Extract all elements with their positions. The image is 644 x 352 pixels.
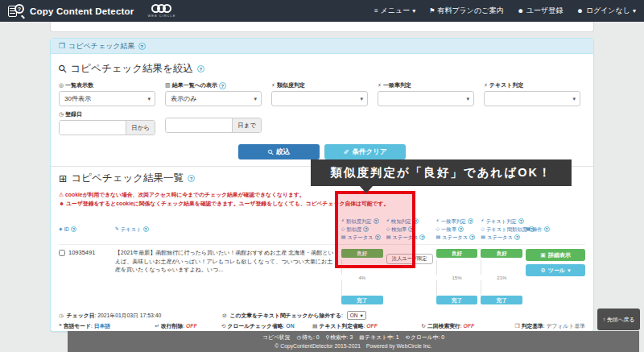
col-id[interactable]: ◈ ID ? bbox=[59, 226, 112, 234]
menu-icon: ≡ bbox=[374, 7, 378, 14]
status-icon: ▤ bbox=[386, 234, 391, 241]
status-icon: ▤ bbox=[341, 234, 346, 241]
annotation-callout: 類似度判定が「良好」であればOK！ bbox=[311, 159, 572, 186]
help-icon[interactable]: ? bbox=[518, 218, 524, 224]
copyright: © CopyContentDetector 2015-2021 Powered … bbox=[275, 342, 431, 350]
users-icon: ☻ bbox=[59, 201, 64, 206]
match-filter-select[interactable]: ▾ bbox=[378, 91, 474, 106]
date-to-input[interactable] bbox=[166, 118, 232, 132]
help-icon[interactable]: ? bbox=[138, 43, 146, 50]
judge-badge: 良好 bbox=[341, 249, 383, 258]
clock-icon: ◷ bbox=[59, 111, 64, 118]
eraser-icon: ✐ bbox=[343, 148, 349, 156]
help-icon[interactable]: ? bbox=[374, 218, 379, 224]
wait-icon: ◷ bbox=[296, 334, 301, 340]
help-icon[interactable]: ? bbox=[219, 82, 226, 89]
col-ops: ▦ 操作 ? bbox=[526, 226, 585, 234]
panel-icon: ❐ bbox=[59, 42, 65, 50]
bolt-icon: ⚡ bbox=[436, 217, 439, 225]
crawl-count: 0 bbox=[441, 334, 444, 340]
status-icon: ▤ bbox=[436, 234, 440, 241]
status-badge: 完了 bbox=[341, 296, 383, 304]
judge-badge: 良好 bbox=[436, 249, 478, 258]
back-to-top-button[interactable]: ↑ 先頭へ戻る bbox=[597, 309, 640, 330]
help-icon[interactable]: ? bbox=[71, 226, 76, 232]
diamond-icon: ◇ bbox=[386, 226, 390, 233]
details-button[interactable]: ▣ 詳細表示 bbox=[526, 249, 585, 261]
display-count-select[interactable]: 30件表示 ▾ bbox=[59, 91, 155, 106]
chevron-down-icon: ▾ bbox=[466, 92, 469, 106]
col-text[interactable]: ✎ テキスト ? bbox=[115, 226, 338, 234]
text-filter-select[interactable]: ▾ bbox=[484, 91, 580, 106]
status-footer: コピペ状況 ◷待ち: 0 ⚲検索中: 3 ▤テキスト中: 1 ⟲クロール中: 0… bbox=[68, 331, 639, 352]
exclude-select[interactable]: ON ▾ bbox=[347, 311, 366, 320]
research-icon: ↻ bbox=[421, 323, 426, 329]
chevron-down-icon: ▾ bbox=[572, 92, 576, 106]
text-filter-label: ⚡ テキスト判定 bbox=[484, 81, 580, 89]
similarity-filter-label: ⚡ 類似度判定 bbox=[271, 81, 368, 89]
clear-conditions-button[interactable]: ✐ 条件クリア bbox=[324, 144, 406, 159]
result-display-label: ▥ 結果一覧への表示 ? bbox=[165, 81, 262, 89]
brand: ? Copy Content Detector WEB CIRCLE bbox=[8, 4, 175, 19]
similarity-filter-select[interactable]: ▾ bbox=[271, 91, 368, 106]
help-icon[interactable]: ? bbox=[544, 226, 550, 232]
help-icon[interactable]: ? bbox=[469, 234, 475, 240]
help-icon[interactable]: ? bbox=[363, 226, 369, 232]
ops-cell: ▣ 詳細表示 ⚙ ツール ▾ bbox=[526, 249, 585, 307]
previous-card-remnant bbox=[50, 22, 594, 32]
tools-icon: ⚙ bbox=[541, 267, 546, 274]
grid-icon: ⊞ bbox=[59, 172, 67, 184]
help-icon[interactable]: ? bbox=[143, 226, 149, 232]
row-text: 【2021年最新】函館旅行に行ったら買いたい！函館おすすめお土産 北海道・函館と… bbox=[115, 249, 338, 307]
filter-button[interactable]: ⚲ 絞込 bbox=[238, 144, 320, 159]
help-icon[interactable]: ? bbox=[413, 218, 419, 224]
monitor-icon: ▥ bbox=[165, 82, 171, 89]
text-count: 1 bbox=[396, 334, 399, 340]
tools-button[interactable]: ⚙ ツール ▾ bbox=[526, 264, 585, 276]
help-icon[interactable]: ? bbox=[458, 226, 464, 232]
annotation-callout-pointer bbox=[359, 185, 374, 193]
help-icon[interactable]: ? bbox=[375, 234, 381, 240]
filter-grid: ◎ 一覧表示数 30件表示 ▾ ▥ 結果一覧への表示 ? 表示のみ ▾ bbox=[59, 81, 585, 106]
help-icon[interactable]: ? bbox=[197, 65, 204, 72]
filter-section-heading: ⚲ コピペチェック結果を絞込 ? bbox=[59, 62, 585, 76]
search-icon: ⚲ bbox=[266, 147, 275, 157]
result-display-select[interactable]: 表示のみ ▾ bbox=[165, 91, 262, 106]
help-icon[interactable]: ? bbox=[188, 175, 195, 182]
arrow-up-icon: ↑ bbox=[603, 317, 605, 322]
paid-plan-link[interactable]: ⚑ 有料プランのご案内 bbox=[429, 6, 503, 16]
diamond-icon: ◇ bbox=[481, 226, 485, 233]
date-to-suffix: 日まで bbox=[232, 118, 261, 132]
check-date-value: 2021年01月03日 17:53:40 bbox=[97, 313, 161, 318]
row-id: 10935491 bbox=[68, 249, 95, 256]
help-icon[interactable]: ? bbox=[514, 234, 520, 240]
similarity-bar: 4% bbox=[341, 259, 383, 296]
match-bar: 15% bbox=[436, 259, 478, 296]
results-table: ◈ ID ? ✎ テキスト ? ⚡類似度判定? ◇類似度? ▤ステータス? bbox=[59, 217, 585, 332]
display-count-label: ◎ 一覧表示数 bbox=[59, 81, 155, 89]
bolt-icon: ⚡ bbox=[271, 82, 275, 89]
warning-icon: ⚠ bbox=[59, 192, 64, 197]
status-icon: ▤ bbox=[481, 234, 485, 241]
crawl-icon: ⟲ bbox=[221, 323, 226, 329]
id-icon: ◈ bbox=[59, 226, 63, 233]
bolt-icon: ⚡ bbox=[378, 82, 382, 89]
webcircle-logo: WEB CIRCLE bbox=[147, 4, 175, 18]
chevron-down-icon: ▾ bbox=[568, 267, 571, 274]
panel-heading: ❐ コピペチェック結果 ? bbox=[51, 39, 593, 54]
help-icon[interactable]: ? bbox=[408, 226, 414, 232]
user-register-link[interactable]: ☻ ユーザ登録 bbox=[517, 6, 563, 16]
text-judge-cell: 良好 21% 完了 bbox=[481, 249, 522, 307]
help-icon[interactable]: ? bbox=[468, 218, 473, 224]
date-from-input[interactable] bbox=[60, 121, 126, 135]
bolt-icon: ⚡ bbox=[481, 217, 484, 225]
login-dropdown[interactable]: ☻ ログインなし ▾ bbox=[576, 6, 636, 16]
status-badge: 完了 bbox=[436, 296, 478, 304]
help-icon[interactable]: ? bbox=[419, 234, 425, 240]
diamond-icon: ◇ bbox=[436, 226, 440, 233]
criteria-icon: ❐ bbox=[515, 323, 520, 329]
searching-count: 3 bbox=[349, 334, 353, 340]
corporate-only-button[interactable]: 法人ユーザ限定 bbox=[386, 254, 433, 264]
menu-dropdown[interactable]: ≡ メニュー ▾ bbox=[374, 6, 415, 16]
row-checkbox[interactable] bbox=[59, 250, 65, 256]
